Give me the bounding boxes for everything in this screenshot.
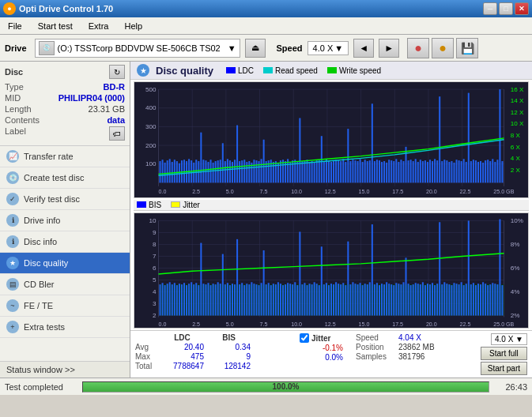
svg-rect-296 [374,284,375,315]
svg-rect-138 [448,162,450,182]
svg-rect-259 [285,284,286,315]
progress-track: 100.0% [82,381,489,393]
svg-text:15.0: 15.0 [359,321,370,326]
svg-rect-279 [333,284,334,315]
svg-rect-256 [277,282,279,315]
start-part-button[interactable]: Start part [481,362,527,375]
svg-rect-30 [188,159,190,182]
legend-read-speed-color [263,67,273,73]
speed-dropdown[interactable]: 4.0 X ▼ [491,333,527,345]
svg-rect-340 [480,284,481,315]
sidebar-item-drive-info[interactable]: ℹ Drive info [0,210,130,231]
status-bar: Test completed 100.0% 26:43 [0,378,532,395]
svg-rect-213 [174,283,175,315]
svg-text:100: 100 [145,161,157,167]
svg-rect-93 [340,161,341,182]
sidebar-item-create-test-disc[interactable]: 💿 Create test disc [0,167,130,189]
menu-extra[interactable]: Extra [84,20,114,32]
action-icon-3[interactable]: 💾 [456,38,478,58]
svg-text:20.0: 20.0 [426,189,437,194]
action-icon-1[interactable]: ● [407,38,429,58]
disc-label-icon[interactable]: 🏷 [109,126,125,141]
svg-rect-268 [306,285,308,315]
svg-text:8%: 8% [511,241,520,248]
cd-bler-icon: ▤ [6,278,19,291]
samples-value: 381796 [398,352,424,361]
maximize-button[interactable]: □ [499,2,513,15]
stats-area: LDC BIS Avg 20.40 0.34 Max 475 9 Total 7… [130,330,532,378]
jitter-checkbox[interactable] [300,333,309,343]
speed-back-button[interactable]: ◄ [353,39,374,58]
disc-contents-value: data [107,115,125,125]
svg-rect-245 [251,282,252,315]
svg-rect-289 [357,284,359,315]
svg-rect-286 [349,284,351,315]
svg-rect-343 [487,285,489,315]
svg-rect-292 [364,284,366,315]
svg-rect-334 [466,284,467,315]
sidebar-item-disc-quality[interactable]: ★ Disc quality [0,253,130,274]
sidebar-item-fe-te[interactable]: ~ FE / TE [0,295,130,317]
chart-bis-svg: 10 9 8 7 6 5 4 3 2 10% 8% 6% 4% 2% [134,213,528,329]
svg-rect-227 [207,283,209,315]
svg-rect-233 [222,254,224,315]
stats-max-row: Max 475 9 [135,352,293,361]
svg-rect-116 [395,159,397,182]
svg-text:2.5: 2.5 [192,321,200,326]
action-icon-2[interactable]: ● [432,38,454,58]
close-button[interactable]: ✕ [515,2,529,15]
sidebar-item-transfer-rate[interactable]: 📈 Transfer rate [0,146,130,167]
time-label: 26:43 [496,382,527,392]
svg-rect-299 [381,284,383,315]
svg-rect-236 [229,285,231,315]
svg-text:4%: 4% [511,288,520,295]
svg-text:7.5: 7.5 [260,321,268,326]
menu-help[interactable]: Help [119,20,147,32]
svg-rect-124 [415,159,417,182]
position-label: Position [356,343,395,351]
speed-fwd-button[interactable]: ► [379,39,399,58]
sidebar-item-cd-bler[interactable]: ▤ CD Bler [0,274,130,295]
svg-rect-224 [200,242,202,315]
svg-rect-282 [340,284,341,315]
sidebar-item-verify-test-disc[interactable]: ✓ Verify test disc [0,189,130,210]
svg-text:14 X: 14 X [511,98,524,104]
svg-text:16 X: 16 X [511,86,524,92]
eject-button[interactable]: ⏏ [245,39,266,58]
svg-rect-260 [287,283,289,315]
svg-rect-276 [326,283,327,315]
sidebar-label-cd-bler: CD Bler [24,280,55,289]
svg-text:6%: 6% [511,265,520,272]
svg-rect-55 [248,161,250,182]
svg-rect-333 [463,285,465,315]
svg-text:500: 500 [145,86,157,92]
svg-rect-95 [345,162,346,182]
disc-refresh-icon[interactable]: ↻ [109,65,125,79]
svg-rect-337 [473,283,474,315]
svg-rect-78 [304,160,305,182]
svg-rect-210 [167,284,168,315]
svg-text:25.0 GB: 25.0 GB [493,189,515,194]
sidebar-item-extra-tests[interactable]: + Extra tests [0,317,130,338]
svg-rect-57 [253,160,255,182]
svg-rect-21 [167,160,168,182]
svg-rect-207 [160,284,161,315]
svg-rect-119 [402,161,404,182]
svg-text:20.0: 20.0 [426,321,437,326]
start-full-button[interactable]: Start full [481,347,527,360]
stats-avg-row: Avg 20.40 0.34 [135,343,293,351]
svg-rect-103 [364,160,366,182]
sidebar-item-disc-info[interactable]: ℹ Disc info [0,231,130,253]
minimize-button[interactable]: ─ [483,2,497,15]
speed-select[interactable]: 4.0 X ▼ [308,41,349,55]
speed-select-row: 4.0 X ▼ [491,333,527,345]
svg-text:6: 6 [153,265,157,272]
drive-select[interactable]: 💿 (O:) TSSTcorp BDDVDW SE-506CB TS02 ▼ [35,39,240,58]
menu-file[interactable]: File [3,20,27,32]
menu-start-test[interactable]: Start test [33,20,77,32]
samples-label: Samples [356,352,395,361]
svg-rect-255 [275,284,277,315]
test-completed-label: Test completed [5,382,76,392]
disc-mid-label: MID [5,93,21,103]
status-window-button[interactable]: Status window >> [0,361,130,378]
